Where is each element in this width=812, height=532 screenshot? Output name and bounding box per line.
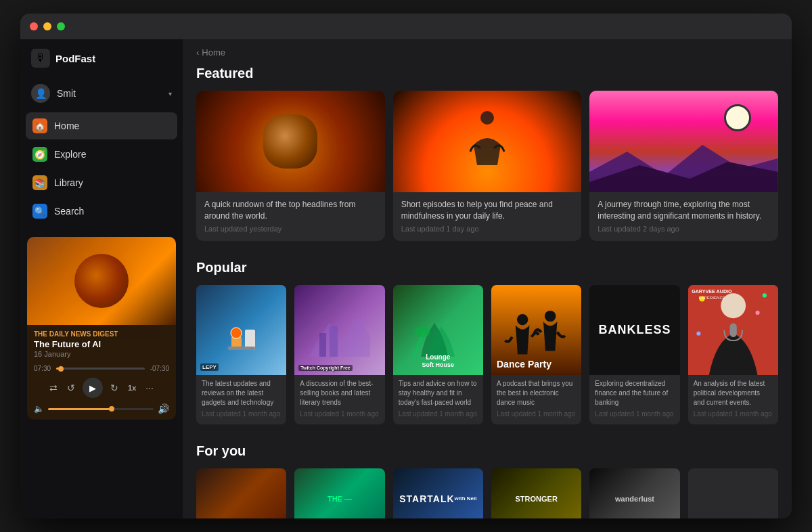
bankless-label: BANKLESS: [598, 323, 671, 337]
featured-artwork-2: [393, 91, 582, 192]
home-icon: 🏠: [32, 118, 47, 133]
search-icon: 🔍: [32, 204, 47, 219]
for-you-card-6[interactable]: [688, 468, 778, 518]
sun-icon: [724, 104, 751, 131]
svg-point-13: [545, 311, 556, 322]
top-bar: ‹ Home: [183, 39, 792, 66]
featured-artwork-1: [196, 91, 385, 192]
featured-grid: A quick rundown of the top headlines fro…: [196, 91, 778, 241]
volume-track[interactable]: [48, 408, 154, 410]
books-skyline-icon: [309, 303, 370, 357]
progress-track[interactable]: [56, 368, 145, 370]
featured-card-3[interactable]: A journey through time, exploring the mo…: [589, 91, 778, 241]
minimize-button[interactable]: [43, 22, 51, 30]
featured-info-3: A journey through time, exploring the mo…: [589, 192, 778, 241]
now-playing-meta: The Daily News Digest The Future of AI 1…: [27, 325, 176, 361]
for-you-card-2[interactable]: THE —: [294, 468, 384, 518]
sidebar-logo: 🎙 PodFast: [20, 39, 183, 77]
svg-point-10: [414, 326, 430, 337]
featured-info-2: Short episodes to help you find peace an…: [393, 192, 582, 241]
for-you-card-4[interactable]: STRONGER: [491, 468, 581, 518]
popular-grid: LEPY The latest updates and reviews on t…: [196, 285, 778, 424]
popular-artwork-1: LEPY: [196, 285, 286, 375]
now-playing-date: 16 January: [34, 350, 169, 358]
svg-point-18: [762, 293, 766, 297]
popular-card-5[interactable]: BANKLESS Exploring decentralized finance…: [589, 285, 679, 424]
sidebar-item-search[interactable]: 🔍 Search: [26, 198, 177, 225]
featured-art-1-visual: [263, 114, 317, 169]
popular-desc-3: Tips and advice on how to stay healthy a…: [393, 375, 483, 424]
progress-bar-container: 07:30 -07:30: [27, 361, 176, 375]
speed-button[interactable]: 1x: [126, 382, 138, 394]
now-playing-show: The Daily News Digest: [34, 330, 169, 338]
mountain-svg: [589, 138, 778, 192]
for-you-art-text-3: STARTALK with Neil: [393, 468, 483, 518]
forward-button[interactable]: ↻: [108, 380, 120, 395]
sidebar-item-explore[interactable]: 🧭 Explore: [26, 141, 177, 168]
progress-handle[interactable]: [58, 366, 64, 372]
explore-icon: 🧭: [32, 147, 47, 162]
user-name: Smit: [57, 88, 162, 99]
sidebar-user[interactable]: 👤 Smit ▾: [20, 77, 183, 110]
rewind-button[interactable]: ↺: [65, 380, 77, 395]
volume-high-icon: 🔊: [158, 403, 169, 414]
back-button[interactable]: ‹ Home: [196, 47, 225, 58]
fullscreen-button[interactable]: [57, 22, 65, 30]
for-you-card-5[interactable]: wanderlust: [589, 468, 679, 518]
plants-icon: [407, 303, 468, 357]
featured-desc-3: A journey through time, exploring the mo…: [597, 199, 770, 222]
popular-card-3[interactable]: Lounge Soft House Tips and advice on how…: [393, 285, 483, 424]
for-you-art-text-1: [196, 468, 286, 518]
popular-date-5: Last updated 1 month ago: [595, 409, 674, 419]
for-you-card-3[interactable]: STARTALK with Neil: [393, 468, 483, 518]
sidebar-item-home[interactable]: 🏠 Home: [26, 112, 177, 139]
for-you-section-title: For you: [196, 443, 778, 459]
popular-artwork-5: BANKLESS: [589, 285, 679, 375]
featured-date-3: Last updated 2 days ago: [597, 225, 770, 233]
popular-date-3: Last updated 1 month ago: [399, 409, 478, 419]
back-arrow-icon: ‹: [196, 47, 199, 58]
svg-rect-7: [319, 333, 326, 357]
popular-date-2: Last updated 1 month ago: [300, 409, 379, 419]
featured-card-1[interactable]: A quick rundown of the top headlines fro…: [196, 91, 385, 241]
featured-artwork-3: [589, 91, 778, 192]
volume-handle[interactable]: [109, 406, 114, 412]
sidebar-item-label: Search: [54, 206, 84, 217]
for-you-artwork-1: [196, 468, 286, 518]
popular-date-1: Last updated 1 month ago: [202, 409, 281, 419]
svg-text:EXPERIENCE: EXPERIENCE: [698, 294, 725, 299]
popular-desc-4: A podcast that brings you the best in el…: [491, 375, 581, 424]
popular-desc-2: A discussion of the best-selling books a…: [294, 375, 384, 424]
popular-date-6: Last updated 1 month ago: [694, 409, 773, 419]
popular-card-4[interactable]: Dance Party A podcast that brings you th…: [491, 285, 581, 424]
sidebar-item-library[interactable]: 📚 Library: [26, 169, 177, 196]
svg-rect-16: [729, 323, 736, 337]
popular-artwork-3: Lounge Soft House: [393, 285, 483, 375]
dance-party-label: Dance Party: [497, 359, 551, 370]
popular-date-4: Last updated 1 month ago: [497, 409, 576, 419]
play-button[interactable]: ▶: [83, 378, 103, 398]
for-you-card-1[interactable]: [196, 468, 286, 518]
featured-desc-1: A quick rundown of the top headlines fro…: [204, 199, 377, 222]
popular-card-1[interactable]: LEPY The latest updates and reviews on t…: [196, 285, 286, 424]
popular-card-2[interactable]: Twitch Copyright Free A discussion of th…: [294, 285, 384, 424]
logo-icon: 🎙: [31, 49, 50, 68]
for-you-artwork-4: STRONGER: [491, 468, 581, 518]
more-button[interactable]: ···: [143, 380, 156, 395]
app-window: 🎙 PodFast 👤 Smit ▾ 🏠 Home 🧭 Explore: [20, 14, 792, 518]
pop-art-label-1: LEPY: [200, 363, 219, 371]
svg-point-0: [480, 111, 494, 125]
avatar: 👤: [31, 84, 50, 103]
popular-artwork-2: Twitch Copyright Free: [294, 285, 384, 375]
shuffle-button[interactable]: ⇄: [47, 380, 60, 395]
volume-fill: [48, 408, 112, 410]
pop-art-label-2: Twitch Copyright Free: [298, 365, 352, 371]
popular-card-6[interactable]: GARYVEE AUDIO EXPERIENCE An analysis of …: [688, 285, 778, 424]
for-you-grid: THE — STARTALK with Neil: [196, 468, 778, 518]
meditation-figure-icon: [467, 104, 508, 179]
volume-control: 🔈 🔊: [27, 403, 176, 420]
popular-desc-6: An analysis of the latest political deve…: [688, 375, 778, 424]
close-button[interactable]: [30, 22, 38, 30]
featured-card-2[interactable]: Short episodes to help you find peace an…: [393, 91, 582, 241]
sidebar-item-label: Explore: [54, 149, 86, 160]
